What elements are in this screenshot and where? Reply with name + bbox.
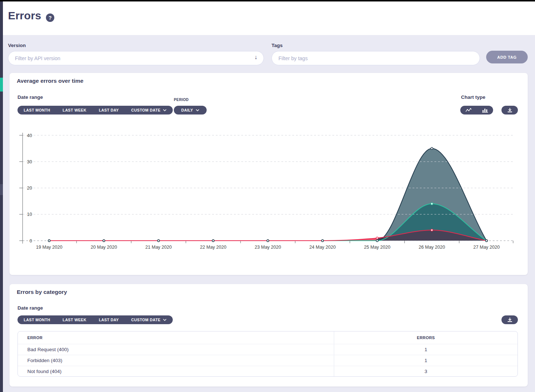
date-range-last-month-button[interactable]: LAST MONTH: [17, 315, 56, 324]
category-card-title: Errors by category: [17, 289, 67, 295]
errors-page: Errors ? Version ↓ Tags ADD TAG Average …: [0, 0, 535, 392]
area-red-dark: [49, 230, 487, 241]
point-errors-dark: [48, 240, 50, 242]
point-errors-red: [431, 229, 433, 231]
line-chart-icon: [465, 108, 472, 113]
svg-text:22 May 2020: 22 May 2020: [200, 245, 226, 250]
errors-over-time-chart[interactable]: 01020304019 May 202020 May 202021 May 20…: [11, 129, 521, 253]
period-label: PERIOD: [174, 98, 189, 102]
date-range-custom-date-button[interactable]: CUSTOM DATE: [125, 106, 173, 115]
chart-card-title: Average errors over time: [17, 78, 83, 84]
point-errors-dark: [157, 240, 160, 242]
tags-field: [272, 51, 480, 65]
point-errors-dark: [485, 240, 488, 242]
svg-text:20 May 2020: 20 May 2020: [91, 245, 117, 250]
period-dropdown[interactable]: DAILY: [174, 106, 207, 115]
table-body: Bad Request (400)1Forbidden (403)1Not fo…: [18, 344, 518, 377]
dropdown-arrow-icon[interactable]: ↓: [254, 54, 257, 61]
line-chart-type-button[interactable]: [460, 106, 477, 115]
point-errors-dark: [431, 147, 433, 150]
chart-type-label: Chart type: [461, 94, 485, 100]
help-icon[interactable]: ?: [46, 13, 54, 22]
svg-text:27 May 2020: 27 May 2020: [473, 245, 500, 250]
point-errors-dark: [321, 240, 324, 242]
svg-text:20: 20: [27, 186, 32, 191]
svg-text:19 May 2020: 19 May 2020: [36, 245, 62, 250]
svg-text:10: 10: [27, 212, 32, 217]
point-errors-dark: [212, 240, 214, 242]
errors-count-cell: 3: [334, 366, 518, 377]
error-cell: Bad Request (400): [18, 344, 334, 355]
error-cell: Forbidden (403): [18, 355, 334, 366]
page-header: Errors ?: [3, 1, 535, 35]
version-input[interactable]: [8, 51, 264, 65]
svg-text:30: 30: [27, 159, 32, 164]
bar-chart-icon: [482, 108, 488, 113]
point-errors-teal: [431, 203, 433, 205]
svg-text:23 May 2020: 23 May 2020: [255, 245, 281, 250]
sidebar-item-indicator: [0, 184, 3, 195]
date-range-last-day-button[interactable]: LAST DAY: [93, 106, 125, 115]
date-range-button-group: LAST MONTHLAST WEEKLAST DAYCUSTOM DATE: [17, 106, 173, 115]
chevron-down-icon: [196, 109, 199, 111]
svg-text:25 May 2020: 25 May 2020: [364, 245, 390, 250]
errors-by-category-card: Errors by category Date range LAST MONTH…: [9, 284, 528, 387]
error-cell: Not found (404): [18, 366, 334, 377]
point-errors-dark: [376, 240, 378, 242]
version-label: Version: [8, 43, 26, 48]
sidebar-active-indicator: [0, 78, 3, 92]
download-table-button[interactable]: [501, 315, 518, 324]
svg-text:21 May 2020: 21 May 2020: [145, 245, 172, 250]
date-range-last-day-button[interactable]: LAST DAY: [93, 315, 125, 324]
download-chart-button[interactable]: [501, 106, 518, 115]
average-errors-card: Average errors over time Date range LAST…: [9, 73, 528, 275]
svg-text:26 May 2020: 26 May 2020: [419, 245, 445, 250]
bar-chart-type-button[interactable]: [477, 106, 493, 115]
errors-by-category-table: ERROR ERRORS Bad Request (400)1Forbidden…: [17, 331, 518, 377]
add-tag-button[interactable]: ADD TAG: [486, 51, 528, 63]
point-errors-red: [376, 237, 378, 239]
table-row[interactable]: Not found (404)3: [18, 366, 518, 377]
chevron-down-icon: [163, 109, 167, 111]
table-row[interactable]: Forbidden (403)1: [18, 355, 518, 366]
tags-label: Tags: [272, 43, 283, 48]
date-range-last-month-button[interactable]: LAST MONTH: [17, 106, 56, 115]
date-range-last-week-button[interactable]: LAST WEEK: [56, 106, 93, 115]
date-range-last-week-button[interactable]: LAST WEEK: [56, 315, 93, 324]
tags-input[interactable]: [272, 51, 480, 65]
point-errors-dark: [103, 240, 105, 242]
version-select: ↓: [8, 51, 264, 65]
date-range-label: Date range: [17, 94, 43, 100]
svg-text:40: 40: [27, 133, 32, 138]
chart-type-button-group: [460, 106, 493, 115]
date-range-label: Date range: [17, 305, 43, 311]
table-row[interactable]: Bad Request (400)1: [18, 344, 518, 355]
point-errors-dark: [267, 240, 269, 242]
errors-column-header: ERRORS: [334, 331, 518, 344]
svg-text:24 May 2020: 24 May 2020: [309, 245, 336, 250]
error-column-header: ERROR: [18, 331, 334, 344]
chevron-down-icon: [163, 319, 167, 321]
errors-count-cell: 1: [334, 344, 518, 355]
svg-text:0: 0: [30, 238, 32, 244]
period-value: DAILY: [181, 108, 193, 112]
download-icon: [507, 317, 512, 322]
download-icon: [507, 108, 512, 113]
page-title: Errors: [8, 9, 41, 22]
table-header-row: ERROR ERRORS: [18, 331, 518, 344]
date-range-button-group: LAST MONTHLAST WEEKLAST DAYCUSTOM DATE: [17, 315, 173, 324]
errors-count-cell: 1: [334, 355, 518, 366]
collapsed-sidebar[interactable]: [0, 1, 3, 392]
date-range-custom-date-button[interactable]: CUSTOM DATE: [125, 315, 173, 324]
